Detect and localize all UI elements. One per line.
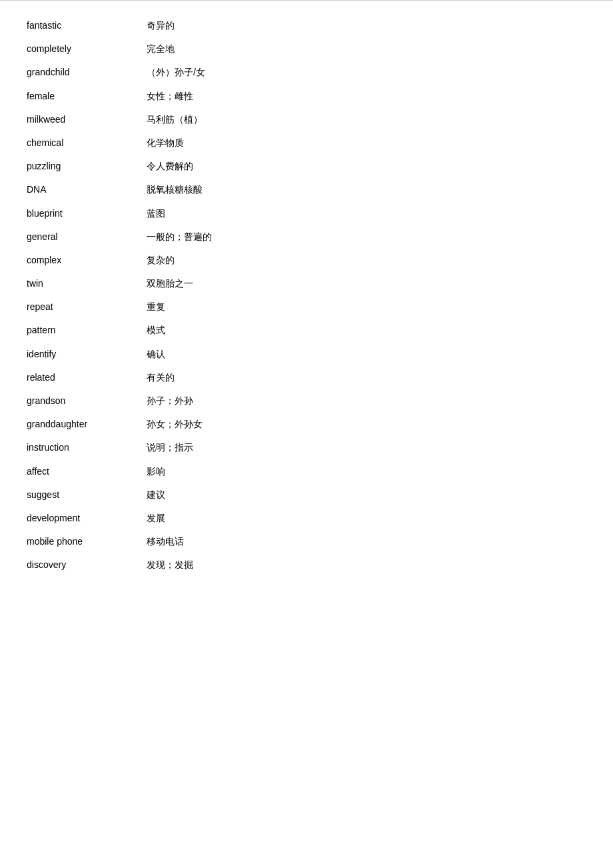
chinese-translation: 发展 bbox=[147, 510, 165, 527]
english-word: development bbox=[27, 510, 147, 527]
vocab-row: repeat重复 bbox=[27, 295, 586, 319]
vocab-row: puzzling令人费解的 bbox=[27, 155, 586, 178]
english-word: related bbox=[27, 369, 147, 386]
vocab-row: milkweed马利筋（植） bbox=[27, 108, 586, 131]
english-word: milkweed bbox=[27, 111, 147, 128]
english-word: discovery bbox=[27, 557, 147, 573]
chinese-translation: 令人费解的 bbox=[147, 158, 193, 175]
vocab-row: grandson孙子；外孙 bbox=[27, 389, 586, 413]
chinese-translation: 完全地 bbox=[147, 41, 175, 57]
chinese-translation: 孙女；外孙女 bbox=[147, 416, 203, 433]
chinese-translation: 双胞胎之一 bbox=[147, 275, 193, 292]
english-word: pattern bbox=[27, 322, 147, 339]
english-word: completely bbox=[27, 41, 147, 57]
chinese-translation: 脱氧核糖核酸 bbox=[147, 181, 203, 198]
english-word: suggest bbox=[27, 487, 147, 503]
english-word: DNA bbox=[27, 181, 147, 198]
english-word: fantastic bbox=[27, 17, 147, 34]
chinese-translation: 蓝图 bbox=[147, 205, 165, 222]
english-word: twin bbox=[27, 275, 147, 292]
english-word: complex bbox=[27, 252, 147, 269]
vocab-row: DNA脱氧核糖核酸 bbox=[27, 178, 586, 201]
vocab-row: twin双胞胎之一 bbox=[27, 272, 586, 295]
english-word: instruction bbox=[27, 439, 147, 456]
vocab-row: complex复杂的 bbox=[27, 249, 586, 272]
chinese-translation: 化学物质 bbox=[147, 135, 184, 151]
chinese-translation: 确认 bbox=[147, 346, 165, 363]
vocab-row: development发展 bbox=[27, 507, 586, 530]
english-word: general bbox=[27, 229, 147, 245]
chinese-translation: 女性；雌性 bbox=[147, 88, 193, 105]
vocab-row: suggest建议 bbox=[27, 483, 586, 507]
english-word: chemical bbox=[27, 135, 147, 151]
english-word: grandson bbox=[27, 393, 147, 409]
chinese-translation: 模式 bbox=[147, 322, 165, 339]
vocab-row: fantastic奇异的 bbox=[27, 14, 586, 37]
english-word: female bbox=[27, 88, 147, 105]
chinese-translation: 奇异的 bbox=[147, 17, 175, 34]
english-word: grandchild bbox=[27, 64, 147, 81]
vocab-row: identify确认 bbox=[27, 343, 586, 366]
chinese-translation: 移动电话 bbox=[147, 533, 184, 550]
english-word: blueprint bbox=[27, 205, 147, 222]
vocab-row: blueprint蓝图 bbox=[27, 202, 586, 225]
chinese-translation: 说明；指示 bbox=[147, 439, 193, 456]
vocabulary-table: fantastic奇异的completely完全地grandchild（外）孙子… bbox=[0, 14, 613, 577]
english-word: mobile phone bbox=[27, 533, 147, 550]
chinese-translation: 影响 bbox=[147, 463, 165, 480]
english-word: puzzling bbox=[27, 158, 147, 175]
vocab-row: instruction说明；指示 bbox=[27, 436, 586, 459]
english-word: identify bbox=[27, 346, 147, 363]
vocab-row: general一般的；普遍的 bbox=[27, 225, 586, 249]
vocab-row: female女性；雌性 bbox=[27, 85, 586, 108]
vocab-row: pattern模式 bbox=[27, 319, 586, 342]
vocab-row: discovery发现；发掘 bbox=[27, 553, 586, 577]
english-word: repeat bbox=[27, 299, 147, 315]
chinese-translation: 复杂的 bbox=[147, 252, 175, 269]
chinese-translation: 孙子；外孙 bbox=[147, 393, 193, 409]
chinese-translation: 马利筋（植） bbox=[147, 111, 203, 128]
english-word: granddaughter bbox=[27, 416, 147, 433]
chinese-translation: 重复 bbox=[147, 299, 165, 315]
english-word: affect bbox=[27, 463, 147, 480]
vocab-row: affect影响 bbox=[27, 460, 586, 483]
chinese-translation: （外）孙子/女 bbox=[147, 64, 205, 81]
top-divider bbox=[0, 0, 613, 1]
chinese-translation: 建议 bbox=[147, 487, 165, 503]
vocab-row: granddaughter孙女；外孙女 bbox=[27, 413, 586, 436]
vocab-row: related有关的 bbox=[27, 366, 586, 389]
vocab-row: mobile phone移动电话 bbox=[27, 530, 586, 553]
chinese-translation: 一般的；普遍的 bbox=[147, 229, 212, 245]
vocab-row: grandchild（外）孙子/女 bbox=[27, 61, 586, 84]
vocab-row: chemical化学物质 bbox=[27, 131, 586, 155]
chinese-translation: 发现；发掘 bbox=[147, 557, 193, 573]
vocab-row: completely完全地 bbox=[27, 37, 586, 61]
chinese-translation: 有关的 bbox=[147, 369, 175, 386]
